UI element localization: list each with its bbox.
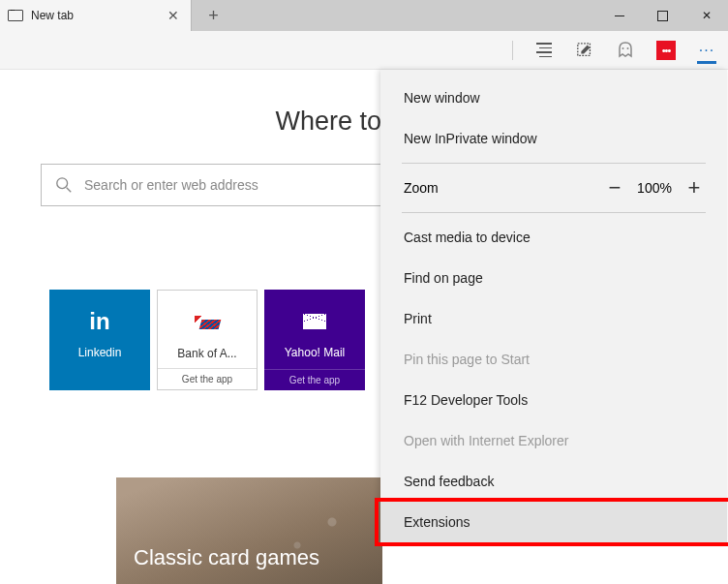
tile-yahoo-mail[interactable]: Yahoo! Mail Get the app [264,290,365,390]
new-tab-button[interactable]: + [192,0,235,31]
toolbar: ••• ··· [0,31,728,70]
menu-divider [402,163,706,164]
tile-label: Bank of A... [177,347,236,360]
toolbar-separator [512,41,513,60]
close-tab-icon[interactable]: ✕ [164,8,183,23]
svg-line-4 [67,188,72,193]
menu-new-window[interactable]: New window [380,77,727,118]
svg-point-3 [57,178,68,189]
menu-divider [402,212,706,213]
menu-new-inprivate[interactable]: New InPrivate window [380,118,727,159]
browser-tab[interactable]: New tab ✕ [0,0,192,31]
extension-ghost-icon[interactable] [616,41,635,60]
tile-label: Linkedin [78,346,122,359]
bank-of-america-icon [193,308,222,337]
zoom-value: 100% [630,180,679,196]
tab-title: New tab [31,9,74,22]
tile-bank-of-america[interactable]: Bank of A... Get the app [157,290,258,390]
menu-cast[interactable]: Cast media to device [380,217,727,258]
menu-print[interactable]: Print [380,298,727,339]
linkedin-icon: in [89,307,109,336]
more-menu-button[interactable]: ··· [697,45,716,64]
card-title: Classic card games [134,545,319,570]
tile-linkedin[interactable]: in Linkedin [49,290,150,390]
menu-find[interactable]: Find on page [380,258,727,298]
zoom-out-button[interactable]: − [599,175,630,200]
menu-zoom: Zoom − 100% + [380,168,727,208]
menu-open-ie: Open with Internet Explorer [380,420,727,461]
menu-extensions[interactable]: Extensions [380,502,727,542]
news-card[interactable]: Classic card games [116,477,382,584]
minimize-button[interactable] [597,0,641,31]
close-window-button[interactable] [684,0,728,31]
title-bar: New tab ✕ + [0,0,728,31]
get-app-label[interactable]: Get the app [264,369,365,390]
menu-extensions-label: Extensions [404,514,470,530]
zoom-label: Zoom [404,180,599,196]
menu-devtools[interactable]: F12 Developer Tools [380,380,727,420]
svg-point-1 [622,47,624,49]
search-icon [55,176,73,194]
zoom-in-button[interactable]: + [679,175,710,200]
tile-label: Yahoo! Mail [285,346,345,359]
tab-favicon [8,10,23,21]
more-menu: New window New InPrivate window Zoom − 1… [380,70,727,542]
reading-list-icon[interactable] [534,41,554,60]
extension-red-icon[interactable]: ••• [656,41,676,60]
mail-icon [303,307,326,336]
menu-pin: Pin this page to Start [380,339,727,380]
web-note-icon[interactable] [575,41,594,60]
svg-point-2 [627,47,629,49]
maximize-button[interactable] [641,0,684,31]
get-app-label[interactable]: Get the app [158,368,257,389]
menu-feedback[interactable]: Send feedback [380,461,727,502]
